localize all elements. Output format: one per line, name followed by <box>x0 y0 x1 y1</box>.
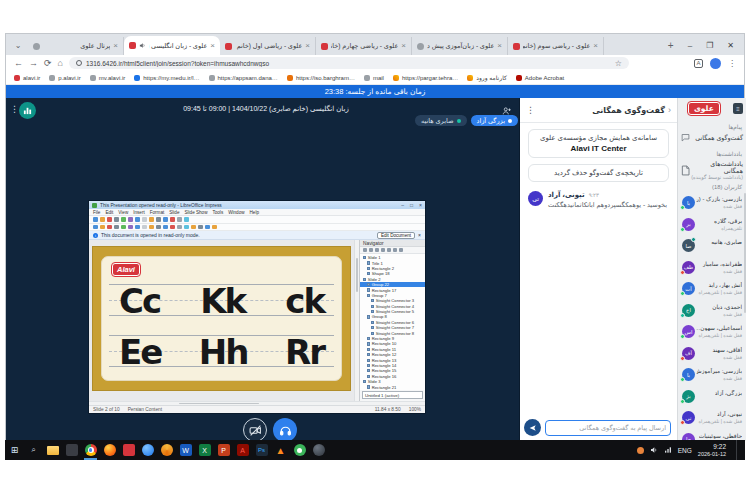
toolbar-icon[interactable] <box>93 225 98 230</box>
lo-minimize-icon[interactable]: – <box>401 202 404 208</box>
bookmark-item[interactable]: mv.alavi.ir <box>90 75 126 81</box>
toolbar-icon[interactable] <box>170 217 175 222</box>
translate-icon[interactable]: A <box>694 59 703 68</box>
statusbar-zoom[interactable]: 100% <box>409 407 421 412</box>
toolbar-icon[interactable] <box>212 225 217 230</box>
taskbar-photos[interactable] <box>62 440 81 460</box>
menu-slide-show[interactable]: Slide Show <box>184 210 207 215</box>
lo-maximize-icon[interactable]: □ <box>410 202 413 208</box>
toolbar-icon[interactable] <box>170 225 175 230</box>
taskbar-photoshop[interactable]: Ps <box>252 440 271 460</box>
show-desktop-button[interactable] <box>736 440 739 460</box>
menu-help[interactable]: Help <box>250 210 259 215</box>
participant-row[interactable]: آتآتش بهار، رایدقفل شده | تلفن‌همراه <box>678 279 746 301</box>
participant-row[interactable]: بربرقی، گلارهتلفن‌همراه <box>678 215 746 237</box>
lo-close-icon[interactable]: × <box>419 202 422 208</box>
toolbar-icon[interactable] <box>163 217 168 222</box>
new-tab-button[interactable]: + <box>664 38 678 52</box>
tab-search-icon[interactable]: ⌄ <box>10 37 26 53</box>
network-icon[interactable] <box>664 446 672 454</box>
send-message-button[interactable] <box>524 419 541 436</box>
profile-avatar[interactable] <box>710 58 721 69</box>
taskbar-start[interactable]: ⊞ <box>5 440 24 460</box>
menu-tools[interactable]: Tools <box>212 210 223 215</box>
toolbar-icon[interactable] <box>93 217 98 222</box>
menu-insert[interactable]: Insert <box>133 210 145 215</box>
participant-row[interactable]: صاصابری، هانیه <box>678 236 746 258</box>
speaker-pill[interactable]: بزرگی آزاد <box>471 115 519 126</box>
taskbar-acrobat[interactable]: A <box>233 440 252 460</box>
toolbar-icon[interactable] <box>149 225 154 230</box>
camera-toggle-button[interactable] <box>243 418 267 442</box>
taskbar-green-app[interactable] <box>290 440 309 460</box>
bookmark-item[interactable]: alavi.ir <box>14 75 40 81</box>
toolbar-icon[interactable] <box>121 217 126 222</box>
taskbar-firefox[interactable] <box>100 440 119 460</box>
bookmark-item[interactable]: https://iso.barghram… <box>287 75 355 81</box>
rail-menu-icon[interactable]: ≡ <box>733 103 743 114</box>
forward-button[interactable]: → <box>29 59 38 68</box>
tab-close-icon[interactable]: × <box>113 42 118 50</box>
sidebar-item-shared-notes[interactable]: یادداشت‌های همگانی (یادداشت توسط گوینده) <box>681 160 743 180</box>
participant-row[interactable]: تیتیونی، آرادقفل شده | تلفن‌همراه <box>678 408 746 430</box>
taskbar-explorer[interactable] <box>43 440 62 460</box>
site-info-icon[interactable] <box>76 60 82 66</box>
chat-collapse-icon[interactable]: ‹ <box>668 105 671 115</box>
bookmark-item[interactable]: mail <box>364 75 384 81</box>
bookmark-item[interactable]: https://my.medu.ir/l… <box>134 75 199 81</box>
reload-button[interactable]: ⟳ <box>44 59 52 68</box>
toolbar-icon[interactable] <box>135 225 140 230</box>
horizontal-scrollbar[interactable] <box>89 401 425 405</box>
home-button[interactable]: ⌂ <box>58 59 63 68</box>
vertical-scrollbar[interactable] <box>354 240 359 401</box>
bookmark-star-icon[interactable]: ☆ <box>615 59 622 68</box>
bookmark-item[interactable]: https://appsam.dana… <box>209 75 278 81</box>
toolbar-icon[interactable] <box>198 225 203 230</box>
taskbar-chrome[interactable] <box>81 440 100 460</box>
classroom-menu-icon[interactable]: ⋮ <box>10 104 19 114</box>
menu-edit[interactable]: Edit <box>105 210 113 215</box>
participant-row[interactable]: بابازرسی: میرآموزش…قفل شده <box>678 365 746 387</box>
toolbar-icon[interactable] <box>128 225 133 230</box>
browser-tab[interactable]: علوی - ریاضی چهارم (خانم زینل ر…× <box>316 37 412 55</box>
participant-row[interactable]: ظفظفرانده، سامیارقفل شده <box>678 258 746 280</box>
toolbar-icon[interactable] <box>135 217 140 222</box>
audio-button[interactable] <box>273 418 297 442</box>
menu-view[interactable]: View <box>118 210 128 215</box>
menu-format[interactable]: Format <box>150 210 165 215</box>
toolbar-icon[interactable] <box>205 225 210 230</box>
navigator-doc-combo[interactable]: Untitled 1 (active) <box>362 391 423 399</box>
participant-row[interactable]: احاحمدی، دیانقفل شده <box>678 301 746 323</box>
volume-icon[interactable] <box>650 446 658 454</box>
toolbar-icon[interactable] <box>114 225 119 230</box>
toolbar-icon[interactable] <box>114 217 119 222</box>
sidebar-item-public-chat[interactable]: گفت‌وگوی همگانی <box>681 133 743 142</box>
tab-close-icon[interactable]: × <box>210 42 215 50</box>
taskbar-clock[interactable]: 9:22 2026-01-12 <box>698 443 726 457</box>
browser-tab[interactable]: پرتال علوی× <box>28 37 124 55</box>
bookmark-item[interactable]: Adobe Acrobat <box>516 75 564 81</box>
taskbar-red-app[interactable] <box>119 440 138 460</box>
participant-row[interactable]: بابازرسی: بازرک - (رضا)قفل شده <box>678 193 746 215</box>
taskbar-blue-app[interactable] <box>138 440 157 460</box>
toolbar-icon[interactable] <box>163 225 168 230</box>
rail-scrollbar[interactable] <box>744 193 747 313</box>
notification-tray-icon[interactable] <box>637 447 644 454</box>
edit-document-button[interactable]: Edit Document <box>377 232 415 239</box>
participant-row[interactable]: بزبزرگی، آزاد <box>678 387 746 409</box>
address-bar[interactable]: 1316.6426.ir/html5client/join/session?to… <box>69 57 629 69</box>
toolbar-icon[interactable] <box>100 225 105 230</box>
minimize-button[interactable]: – <box>688 41 692 50</box>
toolbar-icon[interactable] <box>128 217 133 222</box>
toolbar-icon[interactable] <box>156 217 161 222</box>
toolbar-icon[interactable] <box>107 225 112 230</box>
tab-close-icon[interactable]: × <box>497 42 502 50</box>
toolbar-icon[interactable] <box>156 225 161 230</box>
toolbar-icon[interactable] <box>184 217 189 222</box>
toolbar-icon[interactable] <box>177 225 182 230</box>
bookmark-item[interactable]: کارنامه ورود <box>467 74 507 81</box>
toolbar-icon[interactable] <box>177 217 182 222</box>
toolbar-icon[interactable] <box>149 217 154 222</box>
tab-close-icon[interactable]: × <box>305 42 310 50</box>
browser-tab[interactable]: علوی - زبان انگلیسی (خانم ص…× <box>124 36 220 55</box>
